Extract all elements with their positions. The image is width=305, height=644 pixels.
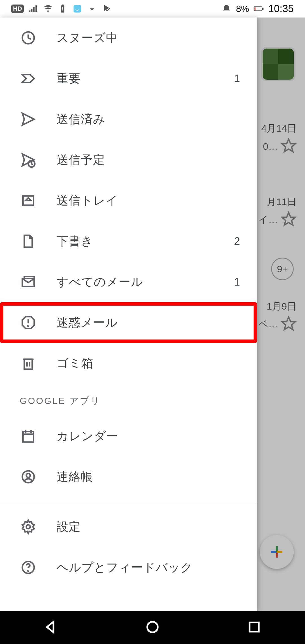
play-protect-icon bbox=[102, 4, 112, 14]
drawer-item-count: 1 bbox=[234, 276, 240, 288]
svg-point-28 bbox=[26, 525, 30, 529]
drawer-item-snoozed[interactable]: スヌーズ中 bbox=[0, 18, 257, 58]
contacts-icon bbox=[20, 468, 37, 485]
outbox-icon bbox=[20, 192, 37, 209]
drawer-item-label: カレンダー bbox=[56, 428, 246, 444]
status-bar: HD 8% bbox=[0, 0, 305, 18]
hd-badge: HD bbox=[11, 5, 24, 13]
signal-icon bbox=[28, 4, 38, 14]
all-mail-icon bbox=[20, 273, 37, 290]
send-icon bbox=[20, 111, 37, 128]
help-icon bbox=[20, 559, 37, 576]
drawer-item-label: スヌーズ中 bbox=[56, 30, 240, 46]
clock: 10:35 bbox=[268, 3, 294, 15]
svg-rect-34 bbox=[35, 5, 37, 12]
mute-icon bbox=[221, 4, 232, 14]
battery-alert-icon bbox=[58, 4, 68, 14]
drawer-item-settings[interactable]: 設定 bbox=[0, 506, 257, 547]
drawer-item-label: 連絡帳 bbox=[56, 469, 246, 485]
app-icon bbox=[72, 4, 82, 14]
trash-icon bbox=[20, 355, 37, 372]
clock-icon bbox=[20, 29, 37, 46]
svg-rect-47 bbox=[262, 8, 263, 10]
svg-rect-18 bbox=[24, 359, 32, 369]
section-header-google-apps: GOOGLE アプリ bbox=[0, 384, 257, 416]
important-icon bbox=[20, 70, 37, 87]
drawer-item-label: すべてのメール bbox=[56, 274, 234, 290]
svg-marker-49 bbox=[47, 622, 53, 632]
svg-rect-51 bbox=[250, 623, 259, 632]
drawer-item-trash[interactable]: ゴミ箱 bbox=[0, 343, 257, 384]
drawer-item-label: 送信済み bbox=[56, 111, 240, 127]
home-button[interactable] bbox=[145, 619, 160, 636]
drawer-item-label: 迷惑メール bbox=[56, 315, 240, 330]
svg-marker-8 bbox=[22, 75, 34, 82]
wifi-icon bbox=[43, 4, 53, 14]
drawer-item-label: 重要 bbox=[56, 71, 234, 86]
scheduled-send-icon bbox=[20, 151, 37, 168]
drawer-item-count: 1 bbox=[234, 73, 240, 85]
drawer-item-count: 2 bbox=[234, 235, 240, 247]
svg-point-30 bbox=[28, 571, 29, 571]
svg-rect-31 bbox=[29, 10, 30, 12]
drawer-item-all-mail[interactable]: すべてのメール 1 bbox=[0, 262, 257, 302]
drawer-item-label: ヘルプとフィードバック bbox=[56, 560, 246, 575]
svg-rect-40 bbox=[73, 5, 81, 13]
svg-point-50 bbox=[147, 622, 158, 632]
svg-marker-13 bbox=[26, 198, 31, 201]
drawer-item-drafts[interactable]: 下書き 2 bbox=[0, 221, 257, 262]
drawer-item-help[interactable]: ヘルプとフィードバック bbox=[0, 547, 257, 588]
battery-icon bbox=[254, 4, 264, 14]
drawer-item-label: 下書き bbox=[56, 233, 234, 249]
drawer-item-scheduled[interactable]: 送信予定 bbox=[0, 140, 257, 180]
svg-point-39 bbox=[62, 10, 63, 11]
navigation-drawer: スヌーズ中 重要 1 送信済み 送信 bbox=[0, 18, 257, 611]
svg-rect-37 bbox=[62, 5, 64, 6]
drawer-item-contacts[interactable]: 連絡帳 bbox=[0, 456, 257, 497]
svg-rect-32 bbox=[31, 9, 32, 12]
back-button[interactable] bbox=[43, 619, 59, 636]
download-icon bbox=[87, 4, 97, 14]
drawer-item-outbox[interactable]: 送信トレイ bbox=[0, 180, 257, 221]
svg-point-27 bbox=[26, 473, 30, 477]
drawer-item-label: 送信予定 bbox=[56, 152, 240, 168]
drawer-item-label: 送信トレイ bbox=[56, 193, 240, 208]
svg-rect-22 bbox=[23, 432, 33, 442]
recent-apps-button[interactable] bbox=[246, 619, 262, 636]
gear-icon bbox=[20, 518, 37, 535]
drawer-item-spam[interactable]: 迷惑メール bbox=[0, 302, 257, 343]
file-icon bbox=[20, 233, 37, 250]
svg-marker-9 bbox=[22, 113, 34, 125]
drawer-item-sent[interactable]: 送信済み bbox=[0, 99, 257, 140]
divider bbox=[0, 502, 257, 502]
drawer-item-calendar[interactable]: カレンダー bbox=[0, 416, 257, 456]
calendar-icon bbox=[20, 428, 37, 445]
system-nav-bar bbox=[0, 611, 305, 644]
svg-point-17 bbox=[28, 326, 29, 326]
drawer-item-label: 設定 bbox=[56, 519, 246, 535]
drawer-item-important[interactable]: 重要 1 bbox=[0, 58, 257, 99]
svg-point-35 bbox=[47, 11, 49, 12]
spam-icon bbox=[20, 314, 37, 331]
svg-rect-48 bbox=[254, 7, 256, 10]
battery-percent: 8% bbox=[236, 4, 249, 14]
drawer-item-label: ゴミ箱 bbox=[56, 355, 240, 371]
svg-rect-33 bbox=[33, 7, 35, 12]
